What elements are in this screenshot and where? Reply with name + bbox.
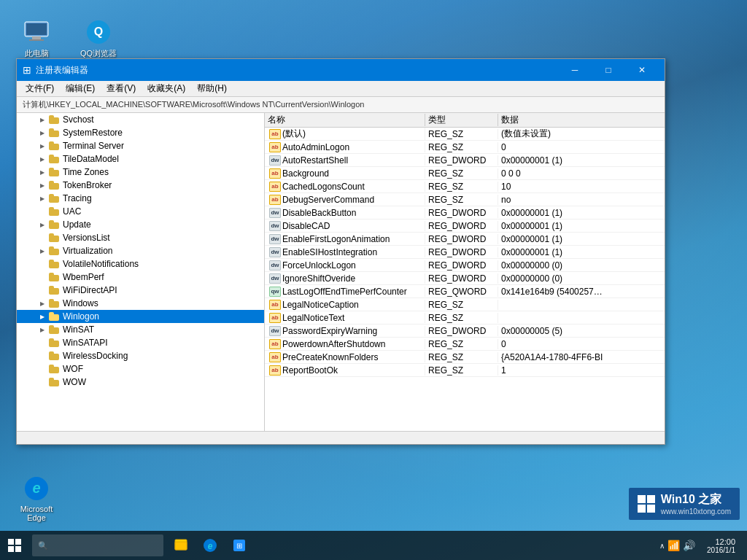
time-display: 12:00	[707, 537, 735, 546]
value-row[interactable]: dw AutoRestartShell REG_DWORD 0x00000001…	[265, 154, 665, 167]
col-header-name: 名称	[265, 114, 425, 126]
value-row[interactable]: ab LegalNoticeCaption REG_SZ	[265, 298, 665, 311]
menu-view[interactable]: 查看(V)	[101, 81, 142, 96]
value-row[interactable]: ab PreCreateKnownFolders REG_SZ {A520A1A…	[265, 351, 665, 364]
pc-label: 此电脑	[25, 48, 49, 59]
maximize-button[interactable]: □	[592, 59, 625, 81]
window-controls: ─ □ ✕	[558, 59, 659, 81]
tree-item[interactable]: UAC	[17, 205, 264, 218]
tree-item[interactable]: ▶Svchost	[17, 113, 264, 126]
value-row[interactable]: dw DisableCAD REG_DWORD 0x00000001 (1)	[265, 219, 665, 233]
win10-brand-sub: www.win10xtong.com	[661, 508, 731, 516]
win10-logo	[638, 495, 655, 513]
tray-arrow[interactable]: ∧	[659, 542, 665, 550]
value-type-icon: ab	[269, 352, 281, 362]
value-row[interactable]: dw EnableSIHostIntegration REG_DWORD 0x0…	[265, 246, 665, 259]
desktop-icon-qq[interactable]: Q QQ浏览器	[69, 15, 128, 62]
value-type-icon: ab	[269, 300, 281, 310]
tree-item[interactable]: VersionsList	[17, 231, 264, 244]
tree-item[interactable]: ▶WinSAT	[17, 323, 264, 336]
value-type-icon: ab	[269, 195, 281, 205]
taskbar-icons: e ⊞	[166, 531, 254, 560]
menu-file[interactable]: 文件(F)	[20, 81, 60, 96]
tree-item[interactable]: ▶Winlogon	[17, 310, 264, 323]
taskbar-icon-edge[interactable]: e	[196, 531, 225, 560]
value-row[interactable]: ab ReportBootOk REG_SZ 1	[265, 364, 665, 377]
value-row[interactable]: dw IgnoreShiftOveride REG_DWORD 0x000000…	[265, 272, 665, 285]
win10-brand: Win10 之家 www.win10xtong.com	[629, 488, 740, 520]
value-row[interactable]: qw LastLogOffEndTimePerfCounter REG_QWOR…	[265, 285, 665, 298]
value-row[interactable]: ab DebugServerCommand REG_SZ no	[265, 193, 665, 206]
tree-item[interactable]: WbemPerf	[17, 271, 264, 284]
main-content: ▶Svchost▶SystemRestore▶Terminal Server▶T…	[17, 113, 665, 431]
values-header: 名称 类型 数据	[265, 113, 665, 128]
tree-item[interactable]: WinSATAPI	[17, 336, 264, 349]
tree-item[interactable]: WOF	[17, 362, 264, 376]
tree-item[interactable]: ▶Virtualization	[17, 244, 264, 257]
taskbar-icon-regedit[interactable]: ⊞	[225, 531, 254, 560]
tree-item[interactable]: ▶Time Zones	[17, 166, 264, 179]
menu-help[interactable]: 帮助(H)	[191, 81, 233, 96]
tree-item[interactable]: ▶Windows	[17, 297, 264, 310]
tree-item[interactable]: ▶TileDataModel	[17, 152, 264, 166]
value-row[interactable]: dw DisableBackButton REG_DWORD 0x0000000…	[265, 206, 665, 219]
svg-text:⊞: ⊞	[236, 542, 242, 550]
value-row[interactable]: ab AutoAdminLogon REG_SZ 0	[265, 141, 665, 154]
values-panel[interactable]: 名称 类型 数据 ab (默认) REG_SZ (数值未设置) ab AutoA…	[265, 113, 665, 431]
menu-edit[interactable]: 编辑(E)	[60, 81, 101, 96]
value-row[interactable]: ab Background REG_SZ 0 0 0	[265, 167, 665, 180]
desktop-icon-pc[interactable]: 此电脑	[7, 15, 66, 62]
value-type-icon: dw	[269, 273, 281, 284]
tray-network[interactable]: 📶	[667, 540, 680, 551]
value-type-icon: ab	[269, 313, 281, 323]
value-type-icon: dw	[269, 221, 281, 231]
value-type-icon: dw	[269, 260, 281, 271]
menubar: 文件(F) 编辑(E) 查看(V) 收藏夹(A) 帮助(H)	[17, 81, 665, 97]
taskbar-icon-explorer[interactable]	[166, 531, 196, 560]
tree-item[interactable]: VolatileNotifications	[17, 257, 264, 271]
value-type-icon: ab	[269, 142, 281, 152]
value-row[interactable]: ab CachedLogonsCount REG_SZ 10	[265, 180, 665, 193]
window-titlebar: ⊞ 注册表编辑器 ─ □ ✕	[17, 59, 665, 81]
value-type-icon: qw	[269, 287, 281, 297]
value-type-icon: dw	[269, 326, 281, 336]
minimize-button[interactable]: ─	[558, 59, 592, 81]
start-button[interactable]	[0, 531, 29, 560]
tree-item[interactable]: ▶Terminal Server	[17, 139, 264, 152]
svg-rect-9	[175, 542, 187, 550]
desktop-icon-edge[interactable]: e MicrosoftEdge	[7, 471, 66, 525]
svg-text:e: e	[208, 541, 213, 551]
tree-item[interactable]: WiFiDirectAPI	[17, 284, 264, 297]
value-type-icon: ab	[269, 168, 281, 179]
value-row[interactable]: ab LegalNoticeText REG_SZ	[265, 311, 665, 324]
menu-favorites[interactable]: 收藏夹(A)	[142, 81, 191, 96]
tree-item[interactable]: ▶SystemRestore	[17, 126, 264, 139]
tray-volume[interactable]: 🔊	[683, 540, 695, 551]
desktop: 此电脑 Q QQ浏览器 e MicrosoftEdge ⊞ 注册表编辑器 ─	[0, 0, 747, 560]
value-row[interactable]: dw ForceUnlockLogon REG_DWORD 0x00000000…	[265, 259, 665, 272]
date-display: 2016/1/1	[707, 546, 735, 554]
value-row[interactable]: ab PowerdownAfterShutdown REG_SZ 0	[265, 338, 665, 351]
value-type-icon: ab	[269, 182, 281, 192]
tree-item[interactable]: WirelessDocking	[17, 349, 264, 362]
sys-tray: ∧ 📶 🔊	[654, 540, 701, 551]
svg-rect-3	[29, 39, 44, 41]
tree-item[interactable]: ▶Update	[17, 218, 264, 231]
value-type-icon: dw	[269, 247, 281, 257]
clock[interactable]: 12:00 2016/1/1	[701, 537, 741, 554]
svg-rect-1	[26, 23, 47, 35]
tree-item[interactable]: ▶Tracing	[17, 192, 264, 205]
col-header-type: 类型	[425, 114, 498, 126]
value-row[interactable]: ab (默认) REG_SZ (数值未设置)	[265, 128, 665, 141]
tree-item[interactable]: WOW	[17, 376, 264, 389]
close-button[interactable]: ✕	[625, 59, 659, 81]
windows-logo	[8, 539, 21, 552]
value-row[interactable]: dw PasswordExpiryWarning REG_DWORD 0x000…	[265, 324, 665, 338]
taskbar-search[interactable]: 🔍	[32, 534, 163, 556]
tree-item[interactable]: ▶TokenBroker	[17, 179, 264, 192]
tree-panel[interactable]: ▶Svchost▶SystemRestore▶Terminal Server▶T…	[17, 113, 265, 431]
svg-text:e: e	[32, 480, 40, 496]
value-row[interactable]: dw EnableFirstLogonAnimation REG_DWORD 0…	[265, 233, 665, 246]
search-placeholder: 🔍	[38, 541, 48, 551]
qq-label: QQ浏览器	[80, 48, 117, 59]
